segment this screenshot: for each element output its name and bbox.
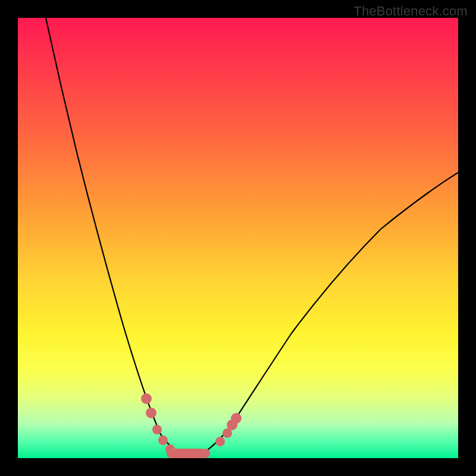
watermark-text: TheBottleneck.com [353,4,468,19]
curve-left-branch [46,18,190,458]
marker-dot [231,413,242,424]
marker-dot [165,444,175,454]
marker-group [141,393,242,458]
curve-right-branch [190,173,458,458]
marker-dot [152,425,162,434]
marker-dot [201,449,210,458]
marker-dot [146,408,156,418]
marker-dot [215,437,225,446]
marker-dot [141,393,152,404]
marker-dot [158,436,168,445]
chart-plot-area [18,18,458,458]
chart-frame: TheBottleneck.com [0,0,476,476]
chart-svg [18,18,458,458]
